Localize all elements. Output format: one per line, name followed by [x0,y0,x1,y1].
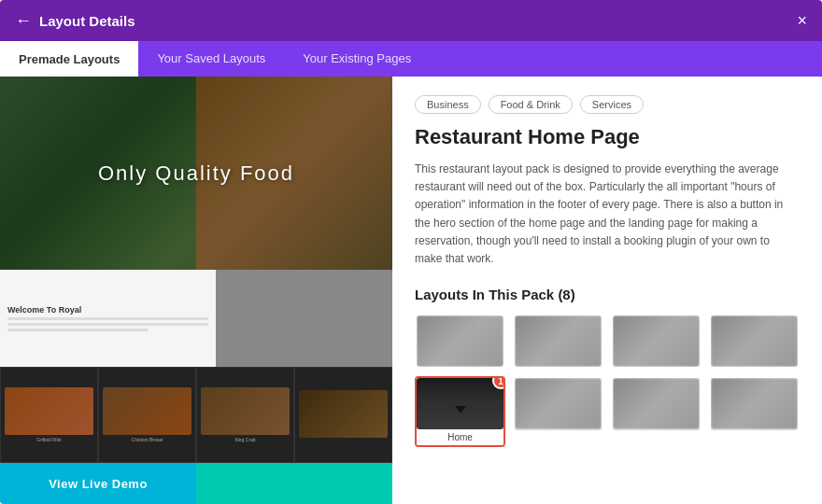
preview-cell-3: King Crab [196,367,294,464]
preview-middle: Welcome To Royal [0,270,392,367]
thumb-img-1 [417,315,503,367]
right-panel: Business Food & Drink Services Restauran… [392,77,822,504]
preview-cell-4 [294,367,392,464]
layout-title: Restaurant Home Page [415,125,800,149]
modal-title-area: ← Layout Details [15,11,135,31]
thumb-label-home: Home [417,429,503,445]
tags-row: Business Food & Drink Services [415,95,800,114]
pack-title: Layouts In This Pack (8) [415,287,800,302]
modal-header: ← Layout Details × [0,0,822,41]
thumb-img-2 [515,315,602,367]
thumb-2[interactable] [513,314,603,369]
tab-existing[interactable]: Your Existing Pages [284,41,430,77]
cell-label-3: King Crab [234,437,255,442]
view-live-demo-button[interactable]: View Live Demo [0,463,196,504]
preview-line-3 [7,329,149,331]
thumb-img-3 [613,315,700,367]
cell-img-3 [201,387,290,435]
thumb-home[interactable]: 1 Home [415,376,505,447]
thumb-img-home [417,378,503,429]
preview-container: Only Quality Food Welcome To Royal [0,77,392,463]
preview-top: Only Quality Food [0,77,392,270]
preview-middle-left: Welcome To Royal [0,270,216,367]
preview-cell-1: Grilled Fillet [0,367,98,464]
tab-premade[interactable]: Premade Layouts [0,41,138,77]
cell-label-1: Grilled Fillet [36,437,61,442]
back-icon[interactable]: ← [15,11,32,31]
cell-label-2: Chicken Breast [132,437,163,442]
left-panel: Only Quality Food Welcome To Royal [0,77,392,504]
use-this-layout-button[interactable] [196,463,392,504]
cell-img-2 [103,387,191,435]
thumb-img-4 [711,315,798,367]
preview-top-text: Only Quality Food [98,161,294,186]
tag-food-drink[interactable]: Food & Drink [489,95,573,114]
cell-img-4 [299,390,388,438]
preview-middle-right [216,270,392,367]
preview-middle-title: Welcome To Royal [7,305,208,315]
preview-line-1 [7,317,208,320]
layout-description: This restaurant layout pack is designed … [415,161,800,268]
thumb-3[interactable] [611,314,702,369]
tab-saved[interactable]: Your Saved Layouts [138,41,284,77]
tab-bar: Premade Layouts Your Saved Layouts Your … [0,41,822,77]
thumb-1[interactable] [415,314,505,369]
preview-cell-2: Chicken Breast [98,367,196,464]
thumb-6[interactable] [513,376,603,447]
modal-title: Layout Details [39,13,135,29]
cell-img-1 [5,387,93,435]
modal-body: Only Quality Food Welcome To Royal [0,77,822,504]
preview-line-2 [7,323,208,326]
tag-business[interactable]: Business [415,95,481,114]
close-button[interactable]: × [797,12,807,29]
bottom-buttons: View Live Demo [0,463,392,504]
preview-bottom: Grilled Fillet Chicken Breast King Crab [0,367,392,464]
thumb-7[interactable] [611,376,702,447]
cursor-icon [455,406,466,413]
thumb-img-7 [613,378,700,429]
thumb-img-8 [711,378,798,429]
thumb-4[interactable] [709,314,800,369]
thumbnail-grid: 1 Home [415,314,800,447]
modal-container: ← Layout Details × Premade Layouts Your … [0,0,822,504]
thumb-8[interactable] [709,376,800,447]
thumb-img-6 [515,378,602,429]
tag-services[interactable]: Services [580,95,644,114]
